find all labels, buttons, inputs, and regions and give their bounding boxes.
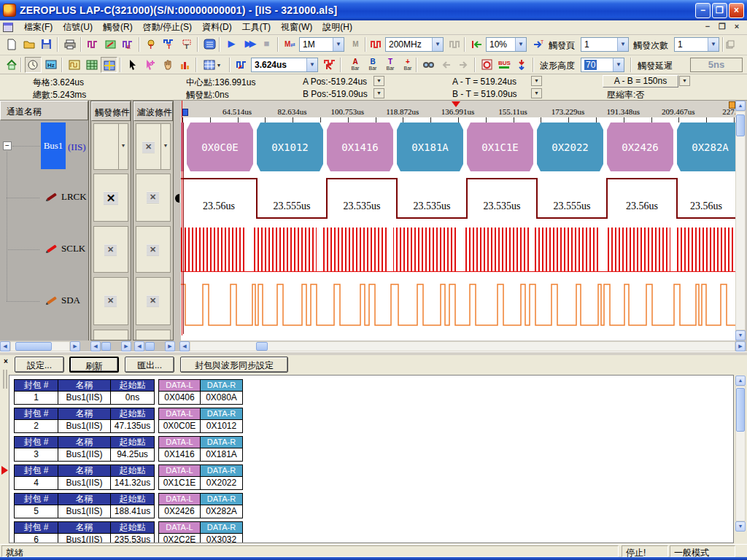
grid-mode-dropdown[interactable]: ▼: [200, 57, 225, 73]
filter-scroll-thumb[interactable]: [145, 342, 155, 351]
tree-collapse-icon[interactable]: −: [3, 141, 12, 150]
packet-num-value[interactable]: 5: [15, 505, 58, 518]
goto-trigger-icon[interactable]: T: [530, 36, 546, 52]
menu-item-trigger[interactable]: 觸發(R): [98, 20, 138, 35]
a-bar-marker[interactable]: [182, 109, 188, 116]
packet-start-value[interactable]: 94.25us: [111, 448, 154, 461]
chevron-down-icon[interactable]: ▼: [515, 38, 526, 51]
data-r-value[interactable]: 0X2022: [201, 477, 242, 489]
channel-scroll-left[interactable]: ◀: [0, 341, 10, 351]
bus-segment[interactable]: 0X282A: [677, 122, 735, 171]
packet-data-values-row[interactable]: 0X2C2E0X3032: [159, 534, 242, 543]
bus-segment[interactable]: 0X0C0E: [187, 122, 253, 171]
panel-close-icon[interactable]: ×: [1, 357, 10, 366]
memory-page-icon[interactable]: M⇄: [282, 36, 298, 52]
packet-data-row[interactable]: 2Bus1(IIS)47.135us: [15, 420, 154, 432]
wave-scroll-right[interactable]: ▶: [735, 341, 746, 351]
data-l-value[interactable]: 0X1C1E: [159, 477, 201, 489]
bar-button-t[interactable]: TBar: [382, 57, 398, 73]
new-file-button[interactable]: [3, 36, 20, 52]
open-file-button[interactable]: [20, 36, 37, 52]
bus-segment[interactable]: 0X181A: [397, 122, 463, 171]
data-l-value[interactable]: 0X0406: [159, 392, 201, 404]
channel-row-sclk[interactable]: SCLK: [0, 225, 89, 272]
trigger-scroll-right[interactable]: ▶: [121, 341, 131, 351]
bus-segment[interactable]: 0X1012: [257, 122, 323, 171]
spare-trigger-cell[interactable]: [93, 330, 128, 341]
filter-scroll-right[interactable]: ▶: [165, 341, 175, 351]
packet-start-value[interactable]: 188.41us: [111, 505, 154, 518]
channel-row-lrck[interactable]: LRCK: [0, 173, 89, 221]
channel-scroll-thumb[interactable]: [15, 342, 52, 351]
display-ratio-combo[interactable]: 10% ▼: [486, 37, 527, 52]
channel-row-sda[interactable]: SDA: [0, 276, 89, 324]
close-button[interactable]: ×: [729, 3, 744, 18]
chevron-down-icon[interactable]: ▼: [432, 38, 443, 51]
trigger-page-combo[interactable]: 1 ▼: [581, 37, 629, 52]
chevron-down-icon[interactable]: ▼: [306, 58, 317, 71]
hand-tool-button[interactable]: [159, 57, 176, 73]
bus-segment[interactable]: 0X2426: [607, 122, 673, 171]
save-file-button[interactable]: [38, 36, 55, 52]
trigger-scroll-thumb[interactable]: [101, 342, 111, 351]
menu-item-window[interactable]: 視窗(W): [276, 20, 317, 35]
menu-item-tools[interactable]: 工具(T): [237, 20, 276, 35]
time-ruler[interactable]: 64.514us82.634us100.753us118.872us136.99…: [181, 101, 735, 122]
zoom-time-icon[interactable]: [233, 57, 250, 73]
frequency-view-button[interactable]: Hz: [42, 57, 59, 73]
minimize-button[interactable]: −: [695, 3, 711, 18]
packet-data-row[interactable]: 4Bus1(IIS)141.32us: [15, 477, 154, 489]
data-l-value[interactable]: 0X2C2E: [159, 534, 201, 543]
data-l-value[interactable]: 0X0C0E: [159, 420, 201, 432]
sda-filter-cell[interactable]: ✕: [136, 277, 171, 325]
packet-name-value[interactable]: Bus1(IIS): [58, 477, 111, 489]
packet-num-value[interactable]: 1: [15, 392, 58, 404]
lrck-filter-cell[interactable]: ✕: [136, 174, 171, 222]
wave-vscroll-track[interactable]: [735, 111, 746, 330]
chevron-down-icon[interactable]: ▼: [617, 38, 628, 51]
menu-item-signal[interactable]: 信號(U): [58, 20, 98, 35]
packet-vscroll-track[interactable]: [735, 386, 746, 521]
wave-scroll-left[interactable]: ◀: [179, 341, 190, 351]
menu-item-run-stop[interactable]: 啓動/停止(S): [138, 20, 197, 35]
data-r-value[interactable]: 0X181A: [201, 448, 242, 461]
bus-segment[interactable]: 0X2022: [537, 122, 603, 171]
packet-wave-sync-button[interactable]: 封包與波形同步設定: [180, 357, 288, 373]
bus-property-icon[interactable]: E: [120, 36, 136, 52]
trigger-scroll-left[interactable]: ◀: [90, 341, 101, 351]
wave-vscroll-up[interactable]: ▲: [735, 101, 746, 111]
run-repeat-button[interactable]: ▶▶: [241, 36, 258, 52]
packet-num-value[interactable]: 4: [15, 477, 58, 489]
restore-button[interactable]: ❐: [712, 3, 727, 18]
packet-vscroll-thumb[interactable]: [736, 388, 745, 432]
a-b-dropdown[interactable]: ▼: [679, 76, 690, 86]
bus-filter-cell[interactable]: ✕ ▼: [136, 123, 171, 170]
packet-num-value[interactable]: 6: [15, 534, 58, 543]
packet-data-row[interactable]: 1Bus1(IIS)0ns: [15, 392, 154, 404]
document-icon[interactable]: [3, 23, 13, 32]
packet-name-value[interactable]: Bus1(IIS): [58, 534, 111, 543]
data-r-value[interactable]: 0X1012: [201, 420, 242, 432]
bus-channel-item[interactable]: Bus1: [41, 122, 66, 169]
chevron-down-icon[interactable]: ▼: [613, 58, 624, 71]
trigger-count-combo[interactable]: 1 ▼: [674, 37, 719, 52]
menu-item-data[interactable]: 資料(D): [197, 20, 237, 35]
packet-data-values-row[interactable]: 0X04060X080A: [159, 392, 242, 404]
packet-num-value[interactable]: 2: [15, 420, 58, 432]
lrck-trigger-cell[interactable]: ✕: [93, 174, 128, 222]
sclk-filter-cell[interactable]: ✕: [136, 226, 171, 273]
panel-collapse-handle[interactable]: [175, 194, 179, 203]
bar-button-b[interactable]: BBar: [365, 57, 381, 73]
export-button[interactable]: 匯出...: [125, 357, 174, 373]
packet-name-value[interactable]: Bus1(IIS): [58, 448, 111, 461]
zoom-time-combo[interactable]: 3.624us ▼: [251, 58, 318, 72]
packet-data-row[interactable]: 5Bus1(IIS)188.41us: [15, 505, 154, 518]
bar-chart-icon[interactable]: [177, 57, 193, 73]
waveform-view-icon[interactable]: [66, 57, 82, 73]
sclk-trigger-cell[interactable]: ✕: [93, 226, 128, 273]
center-position-marker[interactable]: [452, 101, 460, 107]
list-view-icon[interactable]: [83, 57, 100, 73]
clock-view-button[interactable]: [25, 57, 42, 73]
packet-data-values-row[interactable]: 0X0C0E0X1012: [159, 420, 242, 432]
wave-vscroll-thumb[interactable]: [736, 114, 745, 136]
